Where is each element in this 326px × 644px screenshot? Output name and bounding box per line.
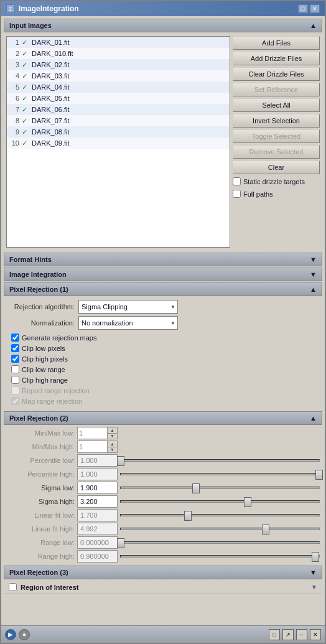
list-item[interactable]: 1 ✓ DARK_01.fit bbox=[7, 37, 230, 48]
window-title: ImageIntegration bbox=[19, 4, 79, 13]
pixel-rejection-2-label: Pixel Rejection (2) bbox=[9, 414, 68, 422]
normalization-select[interactable]: No normalization bbox=[78, 316, 178, 330]
slider-thumb[interactable] bbox=[184, 511, 192, 521]
region-of-interest-checkbox[interactable] bbox=[9, 583, 17, 591]
slider-container bbox=[120, 495, 320, 508]
static-drizzle-label: Static drizzle targets bbox=[243, 178, 305, 185]
full-paths-row: Full paths bbox=[233, 189, 320, 199]
select-all-button[interactable]: Select All bbox=[233, 98, 320, 112]
slider-track[interactable] bbox=[120, 473, 320, 475]
clip_low_pixels-checkbox[interactable] bbox=[11, 344, 19, 352]
file-number: 2 bbox=[9, 50, 19, 57]
set-reference-button[interactable]: Set Reference bbox=[233, 83, 320, 96]
list-item[interactable]: 5 ✓ DARK_04.fit bbox=[7, 82, 230, 93]
reset-button[interactable]: ✕ bbox=[310, 629, 321, 640]
slider-label: Percentile high: bbox=[6, 470, 75, 478]
rejection-algorithm-select[interactable]: Sigma Clipping bbox=[78, 300, 178, 314]
pixel-rejection-2-arrow: ▲ bbox=[310, 414, 317, 422]
new-instance-button[interactable]: □ bbox=[269, 629, 280, 640]
spin-up[interactable]: ▲ bbox=[107, 427, 117, 434]
clip_high_range-checkbox[interactable] bbox=[11, 376, 19, 384]
static-drizzle-checkbox[interactable] bbox=[233, 177, 241, 185]
slider-track[interactable] bbox=[120, 555, 320, 558]
list-item[interactable]: 3 ✓ DARK_02.fit bbox=[7, 59, 230, 70]
slider-thumb[interactable] bbox=[262, 525, 269, 534]
add-files-button[interactable]: Add Files bbox=[233, 36, 320, 50]
list-item[interactable]: 7 ✓ DARK_06.fit bbox=[7, 104, 230, 115]
pixel-rejection-1-arrow: ▲ bbox=[310, 286, 317, 293]
file-check-icon: ✓ bbox=[22, 139, 29, 147]
format-hints-header[interactable]: Format Hints ▼ bbox=[4, 253, 322, 266]
slider-thumb[interactable] bbox=[192, 483, 200, 493]
image-integration-header[interactable]: Image Integration ▼ bbox=[4, 268, 322, 281]
list-item[interactable]: 9 ✓ DARK_08.fit bbox=[7, 126, 230, 138]
slider-track[interactable] bbox=[120, 487, 320, 489]
file-name-label: DARK_07.fit bbox=[32, 117, 70, 124]
apply-global-button[interactable]: ↗ bbox=[282, 629, 294, 640]
map_range_rejection-checkbox bbox=[11, 397, 19, 405]
rejection-checkbox-row: Clip low range bbox=[11, 364, 320, 375]
slider-track[interactable] bbox=[120, 541, 320, 544]
remove-selected-button[interactable]: Remove Selected bbox=[233, 145, 320, 159]
clip_low_range-checkbox[interactable] bbox=[11, 365, 19, 373]
slider-track[interactable] bbox=[120, 528, 320, 530]
slider-thumb[interactable] bbox=[312, 552, 319, 562]
file-list[interactable]: 1 ✓ DARK_01.fit 2 ✓ DARK_010.fit 3 ✓ DAR… bbox=[6, 36, 230, 248]
gen_rejection_maps-label: Generate rejection maps bbox=[22, 334, 96, 342]
list-item[interactable]: 2 ✓ DARK_010.fit bbox=[7, 48, 230, 59]
clear-drizzle-button[interactable]: Clear Drizzle Files bbox=[233, 67, 320, 81]
pixel-rejection-1-header[interactable]: Pixel Rejection (1) ▲ bbox=[4, 282, 322, 296]
run-button[interactable]: ▶ bbox=[5, 629, 16, 640]
slider-track[interactable] bbox=[120, 500, 320, 503]
add-drizzle-button[interactable]: Add Drizzle Files bbox=[233, 52, 320, 65]
slider-label: Sigma high: bbox=[6, 498, 75, 505]
full-paths-checkbox[interactable] bbox=[233, 190, 241, 198]
spin-up[interactable]: ▲ bbox=[107, 441, 117, 447]
clip_high_pixels-checkbox[interactable] bbox=[11, 355, 19, 363]
spin-down[interactable]: ▼ bbox=[107, 434, 117, 439]
slider-track[interactable] bbox=[120, 514, 320, 516]
pixel-rejection-3-header[interactable]: Pixel Rejection (3) ▼ bbox=[4, 566, 322, 579]
float-button[interactable]: ⬡ bbox=[298, 4, 308, 13]
close-button[interactable]: ✕ bbox=[310, 4, 320, 13]
list-item[interactable]: 4 ✓ DARK_03.fit bbox=[7, 70, 230, 82]
slider-input bbox=[77, 468, 118, 480]
slider-input[interactable] bbox=[77, 495, 118, 508]
list-item[interactable]: 6 ✓ DARK_05.fit bbox=[7, 93, 230, 104]
spinbox[interactable]: ▲ ▼ bbox=[77, 427, 118, 439]
file-number: 4 bbox=[9, 72, 19, 80]
slider-container bbox=[120, 454, 320, 467]
cancel-button[interactable]: ● bbox=[19, 629, 30, 640]
gen_rejection_maps-checkbox[interactable] bbox=[11, 334, 19, 342]
pixel-rejection-2-header[interactable]: Pixel Rejection (2) ▲ bbox=[4, 411, 322, 425]
slider-input[interactable] bbox=[77, 482, 118, 494]
slider-row: Linear fit low: bbox=[6, 508, 320, 522]
toggle-selected-button[interactable]: Toggle Selected bbox=[233, 129, 320, 143]
slider-thumb[interactable] bbox=[117, 456, 124, 466]
format-hints-arrow: ▼ bbox=[310, 256, 317, 263]
slider-label: Range low: bbox=[6, 539, 75, 546]
clear-button[interactable]: Clear bbox=[233, 161, 320, 174]
spinbox-input[interactable] bbox=[78, 427, 107, 439]
input-images-header[interactable]: Input Images ▲ bbox=[4, 19, 322, 32]
slider-container bbox=[120, 550, 320, 562]
slider-thumb[interactable] bbox=[117, 538, 124, 548]
list-item[interactable]: 10 ✓ DARK_09.fit bbox=[7, 138, 230, 149]
pixel-rejection-3-arrow: ▼ bbox=[310, 569, 317, 576]
slider-row: Range high: bbox=[6, 549, 320, 563]
file-check-icon: ✓ bbox=[22, 83, 29, 91]
spin-down[interactable]: ▼ bbox=[107, 447, 117, 453]
slider-thumb[interactable] bbox=[244, 497, 251, 507]
clip_low_pixels-label: Clip low pixels bbox=[22, 345, 65, 352]
invert-selection-button[interactable]: Invert Selection bbox=[233, 114, 320, 128]
file-check-icon: ✓ bbox=[22, 106, 29, 114]
apply-button[interactable]: ← bbox=[296, 629, 307, 640]
list-item[interactable]: 8 ✓ DARK_07.fit bbox=[7, 115, 230, 126]
slider-track[interactable] bbox=[120, 459, 320, 462]
file-check-icon: ✓ bbox=[22, 61, 29, 69]
spinbox-input[interactable] bbox=[78, 441, 107, 452]
slider-thumb[interactable] bbox=[315, 470, 323, 480]
input-images-label: Input Images bbox=[9, 22, 52, 29]
static-drizzle-row: Static drizzle targets bbox=[233, 176, 320, 187]
spinbox[interactable]: ▲ ▼ bbox=[77, 441, 118, 453]
